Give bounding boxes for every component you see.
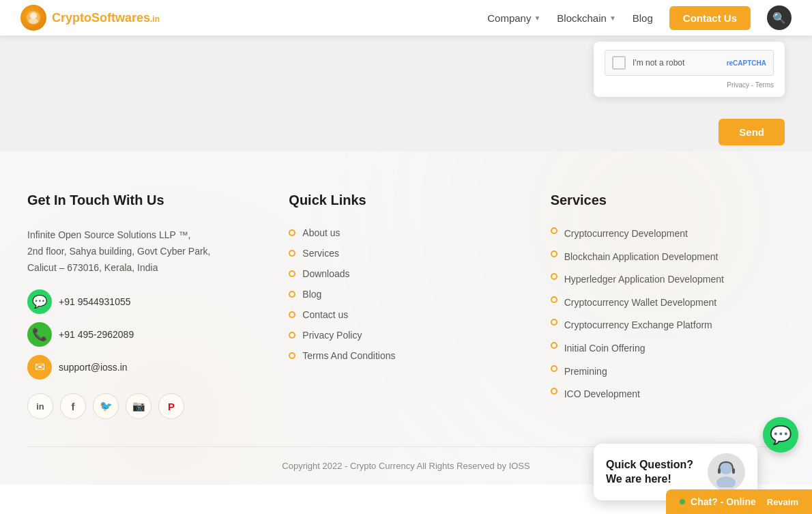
facebook-button[interactable]: f	[60, 393, 86, 419]
service-dot-icon	[551, 342, 557, 349]
svg-rect-5	[718, 468, 721, 474]
footer: Get In Touch With Us Infinite Open Sourc…	[0, 152, 812, 485]
service-dot-icon	[551, 273, 557, 280]
send-button[interactable]: Send	[719, 119, 785, 145]
service-ico-dev-label: ICO Development	[564, 388, 640, 401]
quick-question-widget[interactable]: Quick Question?We are here!	[594, 444, 757, 485]
nav-blockchain[interactable]: Blockchain ▼	[557, 12, 615, 24]
service-ico[interactable]: Initial Coin Offering	[551, 342, 785, 356]
pinterest-button[interactable]: P	[158, 393, 184, 419]
services-list: Cryptocurrency Development Blockchain Ap…	[551, 227, 785, 401]
service-wallet[interactable]: Cryptocurrency Wallet Development	[551, 296, 785, 310]
social-row: in f 🐦 📷 P	[27, 393, 261, 419]
phone-row[interactable]: 📞 +91 495-2962089	[27, 322, 261, 347]
service-dot-icon	[551, 251, 557, 257]
service-exchange[interactable]: Cryptocurrency Exchange Platform	[551, 319, 785, 332]
search-icon: 🔍	[772, 12, 786, 25]
footer-quicklinks-heading: Quick Links	[289, 192, 523, 208]
service-ico-dev[interactable]: ICO Development	[551, 388, 785, 401]
link-dot-icon	[289, 250, 295, 257]
link-services[interactable]: Services	[289, 248, 523, 259]
nav-items: Company ▼ Blockchain ▼ Blog Contact Us 🔍	[487, 5, 792, 30]
footer-services-col: Services Cryptocurrency Development Bloc…	[551, 192, 785, 419]
phone2-text: +91 495-2962089	[59, 329, 134, 340]
service-crypto-dev-label: Cryptocurrency Development	[564, 227, 688, 241]
linkedin-icon: in	[36, 401, 44, 412]
link-contact-label: Contact us	[302, 309, 348, 320]
service-crypto-dev[interactable]: Cryptocurrency Development	[551, 227, 785, 241]
service-exchange-label: Cryptocurrency Exchange Platform	[564, 319, 712, 332]
link-dot-icon	[289, 270, 295, 277]
phone1-text: +91 9544931055	[59, 296, 131, 307]
recaptcha-logo: reCAPTCHA	[727, 59, 766, 67]
logo-text: CryptoSoftwares.in	[52, 11, 160, 25]
service-dot-icon	[551, 227, 557, 234]
blockchain-chevron-icon: ▼	[609, 14, 616, 22]
footer-contact-col: Get In Touch With Us Infinite Open Sourc…	[27, 192, 261, 419]
svg-point-1	[30, 12, 37, 19]
link-blog[interactable]: Blog	[289, 289, 523, 300]
footer-services-heading: Services	[551, 192, 785, 208]
link-contact[interactable]: Contact us	[289, 309, 523, 320]
company-chevron-icon: ▼	[534, 14, 540, 22]
recaptcha-bar[interactable]: I'm not a robot reCAPTCHA	[605, 50, 774, 76]
recaptcha-card: I'm not a robot reCAPTCHA Privacy - Term…	[594, 42, 785, 97]
nav-search-button[interactable]: 🔍	[767, 5, 792, 30]
footer-address: Infinite Open Source Solutions LLP ™, 2n…	[27, 227, 261, 276]
service-hyperledger[interactable]: Hyperledger Application Development	[551, 273, 785, 287]
service-dot-icon	[551, 296, 557, 303]
whatsapp-row[interactable]: 💬 +91 9544931055	[27, 289, 261, 314]
link-privacy[interactable]: Privacy Policy	[289, 330, 523, 341]
whatsapp-float-icon: 💬	[770, 425, 792, 446]
link-about[interactable]: About us	[289, 227, 523, 238]
navbar: CryptoSoftwares.in Company ▼ Blockchain …	[0, 0, 812, 35]
twitter-button[interactable]: 🐦	[93, 393, 119, 419]
email-text: support@ioss.in	[59, 362, 128, 373]
service-blockchain-app[interactable]: Blockchain Application Development	[551, 251, 785, 264]
linkedin-button[interactable]: in	[27, 393, 53, 419]
link-terms[interactable]: Terms And Conditions	[289, 350, 523, 361]
instagram-button[interactable]: 📷	[126, 393, 151, 419]
footer-grid: Get In Touch With Us Infinite Open Sourc…	[27, 192, 785, 419]
link-terms-label: Terms And Conditions	[302, 350, 395, 361]
twitter-icon: 🐦	[100, 400, 113, 412]
instagram-icon: 📷	[132, 400, 145, 412]
nav-contact-button[interactable]: Contact Us	[669, 6, 751, 30]
email-row[interactable]: ✉ support@ioss.in	[27, 355, 261, 380]
copyright-text: Copyright 2022 - Crypto Currency All Rig…	[282, 461, 530, 471]
phone-icon: 📞	[27, 322, 52, 347]
nav-company[interactable]: Company ▼	[487, 12, 540, 24]
service-wallet-label: Cryptocurrency Wallet Development	[564, 296, 717, 310]
svg-point-4	[716, 476, 736, 485]
svg-point-2	[29, 18, 38, 24]
facebook-icon: f	[72, 401, 75, 412]
link-dot-icon	[289, 352, 295, 359]
link-blog-label: Blog	[302, 289, 321, 300]
svg-rect-6	[732, 468, 735, 474]
logo[interactable]: CryptoSoftwares.in	[20, 5, 160, 31]
service-dot-icon	[551, 319, 557, 326]
link-downloads[interactable]: Downloads	[289, 268, 523, 279]
service-blockchain-app-label: Blockchain Application Development	[564, 251, 719, 264]
quick-question-text: Quick Question?We are here!	[606, 458, 699, 485]
link-downloads-label: Downloads	[302, 268, 349, 279]
agent-avatar	[708, 453, 745, 485]
footer-contact-heading: Get In Touch With Us	[27, 192, 261, 208]
quicklinks-list: About us Services Downloads Blog Contact…	[289, 227, 523, 361]
link-dot-icon	[289, 332, 295, 339]
nav-blog[interactable]: Blog	[633, 12, 653, 24]
service-premining-label: Premining	[564, 365, 607, 379]
service-ico-label: Initial Coin Offering	[564, 342, 646, 356]
privacy-terms: Privacy - Terms	[605, 81, 774, 89]
link-privacy-label: Privacy Policy	[302, 330, 362, 341]
logo-icon	[20, 5, 46, 31]
footer-quicklinks-col: Quick Links About us Services Downloads …	[289, 192, 523, 419]
link-about-label: About us	[302, 227, 340, 238]
float-whatsapp-button[interactable]: 💬	[763, 417, 798, 453]
service-dot-icon	[551, 365, 557, 372]
pinterest-icon: P	[168, 401, 175, 412]
service-hyperledger-label: Hyperledger Application Development	[564, 273, 724, 287]
recaptcha-checkbox[interactable]	[612, 56, 626, 70]
service-premining[interactable]: Premining	[551, 365, 785, 379]
service-dot-icon	[551, 388, 557, 395]
